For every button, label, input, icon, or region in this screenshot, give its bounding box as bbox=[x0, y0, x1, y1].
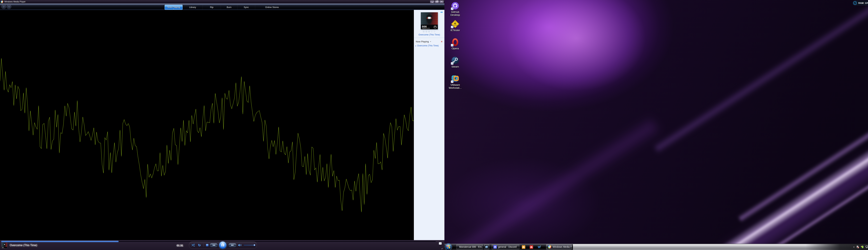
desktop-icon-label: IETester bbox=[446, 29, 464, 32]
forward-button[interactable]: → bbox=[7, 4, 11, 9]
chevron-down-icon: ▼ bbox=[430, 41, 431, 42]
desktop-icon-steam[interactable]: ↗ Steam bbox=[446, 56, 464, 74]
album-cover-strip: 006 EMBRACE bbox=[2, 247, 7, 248]
tab-rip[interactable]: Rip bbox=[203, 5, 221, 10]
desktop-icon-label: GitHub Desktop bbox=[446, 10, 464, 17]
previous-button[interactable]: |◀◀ bbox=[210, 243, 218, 247]
album-number: 006 bbox=[422, 25, 434, 28]
album-name: EMBRACE bbox=[2, 248, 7, 248]
taskbar-button-app[interactable] bbox=[484, 245, 489, 249]
repeat-button[interactable]: ↻ bbox=[198, 243, 201, 247]
back-arrow-icon: ← bbox=[3, 5, 5, 8]
taskbar-icon-w-app[interactable]: W bbox=[537, 245, 541, 249]
taskbar: Monstercat 006 - Em... general - Discord… bbox=[444, 244, 868, 250]
status-track-title: Overcome (This Time) bbox=[10, 244, 37, 247]
tab-library[interactable]: Library bbox=[183, 5, 203, 10]
now-playing-panel: 006 EMBRACE ☆☆☆☆☆ Overcome (This Time) N… bbox=[414, 10, 444, 240]
photo-app-icon bbox=[485, 245, 488, 249]
close-button[interactable]: ✕ bbox=[439, 1, 444, 3]
wmp-titlebar[interactable]: Windows Media Player ✕ bbox=[0, 0, 444, 3]
tab-now-playing[interactable]: Now Playing▼ bbox=[164, 5, 183, 10]
star-icon[interactable]: ☆ bbox=[431, 30, 433, 33]
system-tray: < 19:09:24 bbox=[853, 244, 868, 250]
wmp-content: 006 EMBRACE ☆☆☆☆☆ Overcome (This Time) N… bbox=[0, 10, 444, 240]
wmp-window: Windows Media Player ✕ ← → Now Playing▼ … bbox=[0, 0, 444, 250]
restore-icon bbox=[436, 1, 438, 2]
controls-separator bbox=[204, 244, 204, 247]
tab-label: Rip bbox=[210, 6, 214, 8]
taskbar-button-monstercat-folder[interactable]: Monstercat 006 - Em... bbox=[456, 245, 483, 249]
playlist-item-label: Overcome (This Time) bbox=[417, 44, 439, 47]
tab-label: Library bbox=[189, 6, 196, 8]
network-icon[interactable] bbox=[866, 246, 868, 248]
desktop-icon-ietester[interactable]: IETESTER↗ IETester bbox=[446, 20, 464, 37]
taskbar-button-wmp[interactable]: Windows Media Player bbox=[546, 245, 572, 249]
taskbar-button-label: general - Discord bbox=[498, 246, 517, 248]
star-icon[interactable]: ☆ bbox=[428, 30, 431, 33]
forward-arrow-icon: → bbox=[8, 5, 10, 8]
headphone-right bbox=[431, 18, 432, 19]
compact-mode-button[interactable]: ↗ bbox=[439, 242, 442, 245]
star-icon[interactable]: ☆ bbox=[425, 30, 428, 33]
desktop-icon-github-desktop[interactable]: ↗ GitHub Desktop bbox=[446, 1, 464, 19]
track-link[interactable]: Overcome (This Time) bbox=[414, 33, 444, 36]
minimize-icon bbox=[432, 2, 433, 3]
star-icon[interactable]: ☆ bbox=[423, 30, 425, 33]
tab-label: Sync bbox=[244, 6, 249, 8]
figure-visor bbox=[428, 17, 431, 19]
tab-online-stores[interactable]: Online Stores bbox=[255, 5, 289, 10]
shortcut-arrow-icon: ↗ bbox=[451, 26, 454, 28]
transport-bar: 006 EMBRACE Overcome (This Time) 01:31 ↻… bbox=[0, 240, 444, 250]
wmp-toolbar: ← → Now Playing▼ Library Rip Burn Sync O… bbox=[0, 3, 444, 10]
volume-knob[interactable] bbox=[253, 244, 255, 246]
taskbar-icon-discord-red[interactable] bbox=[529, 245, 534, 249]
album-art: 006 EMBRACE bbox=[421, 12, 438, 29]
scope-waveform bbox=[0, 10, 414, 240]
resize-grip[interactable]: ↙ bbox=[441, 247, 443, 250]
playlist-header[interactable]: Now Playing▼ bbox=[416, 40, 431, 43]
power-battery-icon[interactable] bbox=[861, 246, 864, 248]
rating-stars[interactable]: ☆☆☆☆☆ bbox=[414, 30, 444, 33]
desktop-icon-vmware-workstation[interactable]: ↗ VMware Workstati... bbox=[446, 74, 464, 92]
ram-usage: RAM: 13% bbox=[858, 2, 868, 4]
taskbar-button-label: Monstercat 006 - Em... bbox=[459, 246, 483, 248]
tab-label: Now Playing bbox=[167, 6, 180, 8]
playlist-header-label: Now Playing bbox=[416, 40, 429, 43]
shortcut-arrow-icon: ↗ bbox=[451, 81, 454, 83]
pause-icon bbox=[221, 244, 222, 247]
monitor-right: ↗ GitHub Desktop IETESTER↗ IETester ↗ Op… bbox=[444, 0, 868, 250]
tray-expand-button[interactable]: < bbox=[853, 246, 855, 248]
tab-burn[interactable]: Burn bbox=[221, 5, 238, 10]
window-title: Windows Media Player bbox=[4, 1, 26, 3]
shuffle-button[interactable] bbox=[191, 244, 195, 247]
mute-button[interactable] bbox=[238, 244, 242, 247]
playback-controls: ↻ |◀◀ ▶▶| bbox=[189, 242, 257, 249]
discord-orange-icon bbox=[522, 245, 525, 249]
desktop-icon-opera[interactable]: ↗ Opera bbox=[446, 38, 464, 56]
now-playing-thumbnail: 006 EMBRACE bbox=[1, 242, 7, 248]
clear-list-button[interactable]: ✕ bbox=[441, 40, 443, 43]
system-monitor-overlay: RAM: 13% CPU: 7% + bbox=[853, 1, 868, 5]
volume-slider[interactable] bbox=[244, 245, 255, 246]
back-button[interactable]: ← bbox=[1, 4, 6, 9]
playlist-item[interactable]: ▸ Overcome (This Time) bbox=[414, 44, 444, 47]
taskbar-button-discord[interactable]: general - Discord bbox=[492, 245, 519, 249]
tab-sync[interactable]: Sync bbox=[238, 5, 255, 10]
minimize-button[interactable] bbox=[430, 1, 434, 3]
restore-button[interactable] bbox=[435, 1, 439, 3]
taskbar-button-label: Windows Media Player bbox=[553, 246, 572, 248]
goto-arrow-icon[interactable] bbox=[440, 11, 443, 13]
svg-text:TESTER: TESTER bbox=[453, 25, 458, 26]
desktop-icon-label: Opera bbox=[446, 47, 464, 50]
taskbar-icon-discord-orange[interactable] bbox=[521, 245, 526, 249]
next-button[interactable]: ▶▶| bbox=[228, 243, 237, 247]
tab-label: Burn bbox=[227, 6, 231, 8]
stop-button[interactable] bbox=[206, 244, 209, 247]
star-icon[interactable]: ☆ bbox=[433, 30, 436, 33]
start-button[interactable] bbox=[444, 243, 452, 250]
pause-button[interactable] bbox=[219, 241, 227, 249]
action-center-flag-icon[interactable] bbox=[856, 246, 859, 248]
cleaner-broom-icon[interactable] bbox=[853, 1, 857, 5]
desktop-icon-column: ↗ GitHub Desktop IETESTER↗ IETester ↗ Op… bbox=[446, 1, 464, 92]
pause-icon bbox=[223, 244, 224, 247]
